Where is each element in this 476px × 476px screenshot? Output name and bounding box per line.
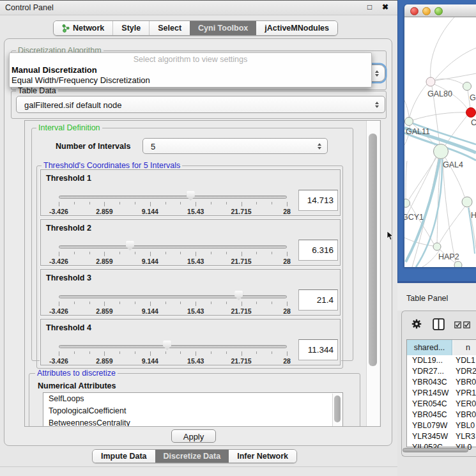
slider-tick	[150, 351, 151, 356]
network-window-titlebar[interactable]	[404, 4, 476, 17]
threshold-value-field[interactable]: 14.713	[298, 190, 338, 211]
network-node-gcy1[interactable]	[404, 199, 410, 208]
slider-tick-label: -3.426	[49, 357, 68, 365]
attribute-list-item[interactable]: BetweennessCentrality	[43, 417, 342, 427]
slider-tick	[226, 302, 227, 304]
network-node-partial-g[interactable]	[463, 82, 472, 91]
slider-tick	[119, 202, 120, 204]
table-data-combobox[interactable]: galFiltered.sif default node	[16, 96, 385, 113]
slider-tick	[226, 252, 227, 254]
network-icon	[62, 24, 70, 33]
tab-cyni-toolbox[interactable]: Cyni Toolbox	[190, 21, 256, 35]
network-node-hap2[interactable]	[433, 243, 441, 250]
table-row[interactable]: YPR145WYPR1	[407, 388, 476, 399]
threshold-slider-track[interactable]	[59, 196, 287, 199]
tab-network[interactable]: Network	[54, 21, 112, 35]
column-header-name[interactable]: n	[453, 340, 476, 355]
slider-tick-label: 2.859	[96, 257, 112, 265]
slider-tick	[89, 302, 90, 304]
slider-tick	[272, 202, 272, 204]
apply-button[interactable]: Apply	[171, 429, 216, 443]
table-horizontal-scrollbar[interactable]	[403, 448, 474, 453]
split-columns-icon[interactable]	[433, 318, 445, 330]
threshold-slider-track[interactable]	[59, 345, 287, 348]
slider-tick-labels: -3.4262.8599.14415.4321.71528	[59, 208, 287, 215]
horizontal-scrollbar-thumb[interactable]	[403, 448, 468, 452]
tab-select[interactable]: Select	[149, 21, 190, 35]
slider-tick	[165, 302, 166, 304]
attributes-list-scrollbar[interactable]	[332, 394, 342, 427]
node-label-gcy1: GCY1	[404, 213, 424, 222]
network-node-gal4[interactable]	[434, 144, 449, 159]
cell-shared-name: YER054C	[412, 399, 452, 410]
slider-tick	[165, 202, 166, 204]
table-row[interactable]: YBR045CYBR0	[407, 410, 476, 420]
checkbox-icon[interactable]	[463, 321, 470, 328]
network-node-gal80[interactable]	[426, 77, 435, 86]
slider-tick	[119, 252, 120, 254]
network-canvas[interactable]: GAL80 GAL11 GAL4 GCY1 HAP2 G C H	[404, 17, 476, 267]
threshold-slider-thumb[interactable]	[187, 191, 195, 201]
mouse-cursor-icon	[387, 231, 394, 241]
control-panel: Control Panel □ ✖ NetworkStyleSelectCyni…	[0, 0, 397, 476]
cell-name: YBR0	[456, 410, 476, 420]
cell-shared-name: YDR27...	[412, 366, 452, 377]
attribute-list-item[interactable]: TopologicalCoefficient	[43, 405, 342, 417]
popup-option-manual-discretization[interactable]: Manual Discretization	[12, 65, 369, 75]
cell-shared-name: YDL19...	[412, 355, 452, 366]
threshold-slider-thumb[interactable]	[234, 291, 243, 300]
threshold-slider-track[interactable]	[59, 295, 287, 298]
node-label-gal11: GAL11	[406, 127, 430, 136]
popup-option-equal-width-frequency[interactable]: Equal Width/Frequency Discretization	[12, 75, 369, 85]
numerical-attributes-label: Numerical Attributes	[38, 381, 116, 390]
gear-icon[interactable]	[411, 318, 422, 330]
table-row[interactable]: YDR27...YDR2	[407, 366, 476, 377]
table-row[interactable]: YBL079WYBL0	[407, 420, 476, 431]
threshold-slider-track[interactable]	[59, 245, 287, 249]
tab-label: Impute Data	[101, 452, 147, 461]
table-row[interactable]: YBR043CYBR0	[407, 377, 476, 388]
slider-tick-label: 9.144	[142, 307, 158, 315]
tab-style[interactable]: Style	[112, 21, 149, 35]
numerical-attributes-list: SelfLoopsTopologicalCoefficientBetweenne…	[43, 392, 343, 427]
slider-tick-label: 28	[283, 257, 291, 265]
number-of-intervals-combobox[interactable]: 5	[142, 138, 328, 154]
slider-tick	[74, 252, 75, 254]
slider-tick	[272, 351, 272, 354]
network-node-gal11[interactable]	[405, 118, 413, 126]
threshold-value-field[interactable]: 21.4	[298, 289, 338, 311]
threshold-slider-thumb[interactable]	[126, 241, 134, 250]
float-window-icon[interactable]: □	[367, 3, 372, 12]
threshold-value-field[interactable]: 11.344	[298, 339, 338, 360]
table-row[interactable]: YER054CYER0	[407, 399, 476, 410]
network-node-partial-bottom[interactable]	[454, 261, 462, 267]
settings-scrollbar-thumb[interactable]	[369, 134, 377, 366]
tab-jactivemnodules[interactable]: jActiveMNodules	[256, 21, 337, 35]
slider-tick	[74, 302, 75, 304]
attributes-scrollbar-thumb[interactable]	[334, 395, 341, 422]
zoom-traffic-light-icon[interactable]	[434, 7, 443, 15]
close-icon[interactable]: ✖	[382, 3, 388, 12]
column-header-shared-name[interactable]: shared...	[407, 340, 452, 355]
minimize-traffic-light-icon[interactable]	[422, 7, 431, 15]
slider-tick	[89, 202, 90, 204]
slider-tick	[89, 252, 90, 254]
bottom-tab-infer-network[interactable]: Infer Network	[229, 450, 296, 463]
close-traffic-light-icon[interactable]	[410, 7, 418, 15]
slider-tick	[196, 351, 196, 356]
bottom-tab-discretize-data[interactable]: Discretize Data	[155, 450, 229, 463]
settings-panel-scrollbar[interactable]	[366, 121, 380, 426]
node-label-hap2: HAP2	[438, 252, 459, 261]
attribute-list-item[interactable]: SelfLoops	[43, 393, 342, 405]
checkbox-icon[interactable]	[454, 321, 461, 328]
threshold-slider-thumb[interactable]	[163, 341, 171, 350]
top-tab-bar: NetworkStyleSelectCyni ToolboxjActiveMNo…	[53, 20, 338, 36]
cell-shared-name: YLR345W	[412, 431, 452, 442]
slider-tick	[256, 302, 257, 304]
network-node-partial-h[interactable]	[462, 197, 472, 207]
bottom-tab-impute-data[interactable]: Impute Data	[93, 450, 155, 463]
network-node-selected-red[interactable]	[466, 108, 476, 118]
table-row[interactable]: YDL19...YDL1	[407, 355, 476, 366]
table-row[interactable]: YLR345WYLR3	[407, 431, 476, 442]
threshold-value-field[interactable]: 6.316	[298, 240, 338, 261]
